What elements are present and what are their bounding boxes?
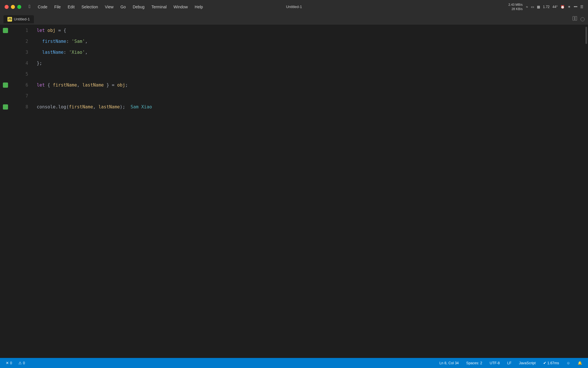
token: let [37,83,45,88]
close-button[interactable] [5,5,9,9]
title-bar:  Code File Edit Selection View Go Debug… [0,0,588,14]
token: = { [55,28,66,33]
code-line: console.log(firstName, lastName); Sam Xi… [37,101,585,112]
maximize-button[interactable] [17,5,21,9]
menu-debug[interactable]: Debug [130,3,147,10]
token: ); [120,104,125,110]
token: } = [104,83,117,88]
line-number: 8 [20,101,31,112]
line-number: 6 [20,80,31,91]
menu-view[interactable]: View [102,3,116,10]
network-download: 28 KB/s [512,7,523,11]
run-dot[interactable] [3,28,8,33]
token: 'Xiao' [69,50,85,55]
svg-rect-0 [573,16,575,20]
menu-go[interactable]: Go [117,3,129,10]
error-count[interactable]: ✕ 0 [5,360,13,366]
run-indicator-row [0,91,20,101]
battery-percent: 1.72 [543,5,550,9]
status-bar-left: ✕ 0 ⚠ 0 [5,360,26,366]
code-line: firstName: 'Sam', [37,36,585,47]
menu-selection[interactable]: Selection [79,3,101,10]
code-line: let obj = { [37,25,585,36]
screen-icon: ▩ [537,5,540,9]
run-indicator-row [0,36,20,47]
token: firstName [37,39,66,44]
token: { [45,83,53,88]
run-dot[interactable] [3,104,8,110]
token: firstName [53,83,77,88]
position-text: Ln 8, Col 34 [439,361,459,365]
language-text: JavaScript [519,361,535,365]
timing[interactable]: ✔ 1.67ms [542,360,560,366]
menu-code[interactable]: Code [35,3,50,10]
spaces-text: Spaces: 2 [466,361,482,365]
token: , [85,50,88,55]
network-upload: 2.43 MB/s [508,3,523,7]
line-ending[interactable]: LF [506,361,513,366]
scrollbar[interactable] [585,25,588,358]
bell-icon: 🔔 [578,361,582,365]
more-icon: ••• [574,5,577,9]
line-number: 1 [20,25,31,36]
minimize-button[interactable] [11,5,15,9]
run-indicator-row [0,101,20,112]
user-icon: ☀ [568,5,571,9]
menu-file[interactable]: File [51,3,64,10]
notifications-icon[interactable]: 🔔 [577,360,583,366]
line-number: 4 [20,58,31,69]
encoding[interactable]: UTF-8 [488,361,501,366]
battery-icon: ▭ [531,5,534,9]
token: : [66,39,72,44]
error-icon: ✕ [6,361,9,365]
window-title: Untitled-1 [286,5,302,9]
tab-untitled1[interactable]: JS Untitled-1 [3,15,34,23]
tab-bar: JS Untitled-1 [0,14,588,25]
token: lastName [98,104,120,110]
title-bar-right: 2.43 MB/s 28 KB/s ≈ ▭ ▩ 1.72 44° ⏰ ☀ •••… [508,3,583,11]
svg-rect-1 [575,16,577,20]
menu-edit[interactable]: Edit [65,3,78,10]
tab-bar-actions [572,16,585,23]
feedback-icon[interactable]: ☺ [565,361,571,366]
token: , [93,104,98,110]
split-editor-button[interactable] [572,16,578,23]
token: lastName [82,83,104,88]
run-indicator-row [0,47,20,58]
tab-filename: Untitled-1 [14,17,30,21]
line-numbers: 12345678 [20,25,31,358]
token: ; [125,83,128,88]
smiley-icon: ☺ [566,361,570,365]
menu-terminal[interactable]: Terminal [148,3,169,10]
token: : [63,50,69,55]
line-number: 3 [20,47,31,58]
token: obj [117,83,125,88]
code-content[interactable]: let obj = { firstName: 'Sam', lastName: … [31,25,585,358]
network-stats: 2.43 MB/s 28 KB/s [508,3,523,11]
warning-count[interactable]: ⚠ 0 [17,360,26,366]
token: Sam Xiao [125,104,152,110]
scrollbar-thumb[interactable] [585,27,587,44]
timing-text: ✔ 1.67ms [543,361,559,365]
code-line [37,91,585,101]
menu-help[interactable]: Help [192,3,206,10]
menu-window[interactable]: Window [171,3,191,10]
warning-number: 0 [23,361,25,365]
token: let [37,28,47,33]
code-line: lastName: 'Xiao', [37,47,585,58]
token: console [37,104,55,110]
indentation[interactable]: Spaces: 2 [465,361,483,366]
editor-area: 12345678 let obj = { firstName: 'Sam', l… [0,25,588,358]
gutter [0,25,20,358]
line-ending-text: LF [507,361,512,365]
title-bar-left:  Code File Edit Selection View Go Debug… [5,3,206,10]
run-indicator-row [0,58,20,69]
cursor-position[interactable]: Ln 8, Col 34 [438,361,460,366]
clock-icon: ⏰ [560,5,565,9]
language-mode[interactable]: JavaScript [518,361,537,366]
token: obj [47,28,55,33]
run-dot[interactable] [3,83,8,88]
js-language-icon: JS [7,17,12,22]
list-icon: ☰ [580,5,583,9]
more-options-button[interactable] [581,17,585,21]
